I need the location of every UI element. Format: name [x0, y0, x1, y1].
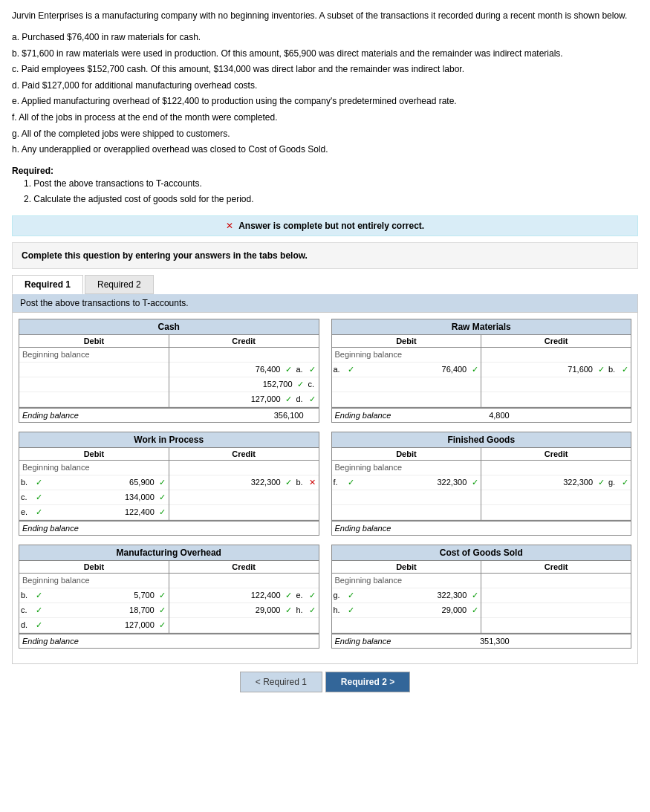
raw-materials-debit-empty1 [332, 377, 481, 392]
transaction-e: e. Applied manufacturing overhead of $12… [12, 94, 638, 110]
mfg-overhead-credit-e: 122,400 ✓ e. ✓ [169, 588, 319, 603]
raw-materials-credit-b: 71,600 ✓ b. ✓ [481, 363, 631, 377]
cogs-ending-balance: Ending balance 351,300 [332, 633, 631, 648]
cash-debit-header: Debit [19, 335, 169, 347]
required-item-1: 1. Post the above transactions to T-acco… [24, 176, 638, 192]
mfg-overhead-credit-header: Credit [169, 561, 319, 573]
raw-materials-credit-header: Credit [481, 335, 631, 347]
tab-content: Post the above transactions to T-account… [12, 294, 638, 664]
transaction-f: f. All of the jobs in process at the end… [12, 110, 638, 126]
cogs-col-headers: Debit Credit [332, 561, 631, 574]
finished-goods-beg-balance: Beginning balance [332, 461, 481, 475]
cash-debit-row-3 [19, 392, 169, 407]
error-icon: ✕ [226, 221, 233, 231]
transaction-g: g. All of the completed jobs were shippe… [12, 126, 638, 143]
mfg-overhead-columns: Beginning balance b. ✓ 5,700 ✓ c. ✓ [19, 574, 319, 633]
prev-button[interactable]: < Required 1 [240, 672, 322, 692]
wip-col-headers: Debit Credit [19, 448, 319, 461]
wip-beg-balance: Beginning balance [19, 461, 169, 475]
wip-debit-c: c. ✓ 134,000 ✓ [19, 490, 169, 505]
mfg-overhead-debit-col: Beginning balance b. ✓ 5,700 ✓ c. ✓ [19, 574, 169, 633]
raw-materials-debit-col: Beginning balance a. ✓ 76,400 ✓ [332, 348, 482, 407]
finished-goods-debit-col: Beginning balance f. ✓ 322,300 ✓ [332, 461, 482, 520]
cogs-debit-col: Beginning balance g. ✓ 322,300 ✓ h. ✓ [332, 574, 482, 633]
mfg-overhead-debit-b: b. ✓ 5,700 ✓ [19, 588, 169, 603]
answer-banner-text: Answer is complete but not entirely corr… [238, 221, 424, 231]
cash-credit-beg [169, 348, 319, 363]
wip-credit-empty2 [169, 505, 319, 520]
transaction-b: b. $71,600 in raw materials were used in… [12, 46, 638, 62]
raw-materials-ending-balance: Ending balance 4,800 [332, 407, 631, 422]
wip-debit-col: Beginning balance b. ✓ 65,900 ✓ c. ✓ [19, 461, 169, 520]
instruction-box: Complete this question by entering your … [12, 242, 638, 269]
raw-materials-debit-a: a. ✓ 76,400 ✓ [332, 363, 481, 377]
wip-credit-header: Credit [169, 448, 319, 460]
raw-materials-credit-col: 71,600 ✓ b. ✓ [481, 348, 631, 407]
cogs-columns: Beginning balance g. ✓ 322,300 ✓ h. ✓ [332, 574, 631, 633]
finished-goods-columns: Beginning balance f. ✓ 322,300 ✓ [332, 461, 631, 520]
tabs-row: Required 1 Required 2 [12, 275, 638, 294]
instruction-text: Complete this question by entering your … [22, 250, 308, 261]
mfg-overhead-debit-d: d. ✓ 127,000 ✓ [19, 618, 169, 633]
cogs-t-account: Cost of Goods Sold Debit Credit Beginnin… [331, 545, 632, 649]
finished-goods-credit-header: Credit [481, 448, 631, 460]
raw-materials-title: Raw Materials [332, 319, 631, 335]
wip-title: Work in Process [19, 432, 319, 448]
wip-debit-header: Debit [19, 448, 169, 460]
raw-materials-col-headers: Debit Credit [332, 335, 631, 348]
wip-ending-balance: Ending balance [19, 520, 319, 535]
intro-paragraph: Jurvin Enterprises is a manufacturing co… [12, 9, 638, 22]
tab-required1[interactable]: Required 1 [12, 275, 83, 294]
wip-credit-empty1 [169, 490, 319, 505]
cogs-credit-col [481, 574, 631, 633]
cogs-credit-empty1 [481, 588, 631, 603]
raw-materials-credit-empty2 [481, 392, 631, 407]
finished-goods-col-headers: Debit Credit [332, 448, 631, 461]
raw-materials-credit-beg [481, 348, 631, 363]
wip-credit-b: 322,300 ✓ b. ✕ [169, 475, 319, 490]
cash-title: Cash [19, 319, 319, 335]
finished-goods-credit-empty1 [481, 490, 631, 505]
mfg-overhead-beg-balance: Beginning balance [19, 574, 169, 588]
mfg-overhead-credit-beg [169, 574, 319, 588]
wip-debit-b: b. ✓ 65,900 ✓ [19, 475, 169, 490]
tab-content-header: Post the above transactions to T-account… [13, 294, 637, 313]
finished-goods-debit-empty2 [332, 505, 481, 520]
transaction-a: a. Purchased $76,400 in raw materials fo… [12, 30, 638, 46]
raw-materials-t-account: Raw Materials Debit Credit Beginning bal… [331, 319, 632, 423]
wip-credit-beg [169, 461, 319, 475]
cogs-debit-g: g. ✓ 322,300 ✓ [332, 588, 481, 603]
cash-credit-header: Credit [169, 335, 319, 347]
right-column: Raw Materials Debit Credit Beginning bal… [325, 319, 632, 657]
raw-materials-debit-empty2 [332, 392, 481, 407]
cogs-title: Cost of Goods Sold [332, 545, 631, 561]
mfg-overhead-ending-balance: Ending balance [19, 633, 319, 648]
required-item-2: 2. Calculate the adjusted cost of goods … [24, 192, 638, 208]
cash-col-headers: Debit Credit [19, 335, 319, 348]
finished-goods-credit-beg [481, 461, 631, 475]
cash-credit-row-c: 152,700 ✓ c. [169, 377, 319, 392]
next-button[interactable]: Required 2 > [325, 672, 410, 692]
mfg-overhead-debit-header: Debit [19, 561, 169, 573]
wip-credit-col: 322,300 ✓ b. ✕ [169, 461, 319, 520]
wip-columns: Beginning balance b. ✓ 65,900 ✓ c. ✓ [19, 461, 319, 520]
t-accounts-container: Cash Debit Credit Beginning balance [13, 313, 637, 663]
finished-goods-title: Finished Goods [332, 432, 631, 448]
bottom-nav: < Required 1 Required 2 > [12, 664, 638, 697]
finished-goods-ending-balance: Ending balance [332, 520, 631, 535]
cogs-credit-empty2 [481, 603, 631, 618]
cash-credit-row-d: 127,000 ✓ d. ✓ [169, 392, 319, 407]
transaction-c: c. Paid employees $152,700 cash. Of this… [12, 62, 638, 78]
cogs-beg-balance: Beginning balance [332, 574, 481, 588]
finished-goods-debit-f: f. ✓ 322,300 ✓ [332, 475, 481, 490]
mfg-overhead-credit-col: 122,400 ✓ e. ✓ 29,000 ✓ h. ✓ [169, 574, 319, 633]
required-section: Required: 1. Post the above transactions… [12, 166, 638, 208]
wip-t-account: Work in Process Debit Credit Beginning b… [19, 432, 319, 536]
tab-required2[interactable]: Required 2 [85, 275, 154, 294]
cogs-debit-header: Debit [332, 561, 482, 573]
cash-credit-row-a: 76,400 ✓ a. ✓ [169, 363, 319, 377]
mfg-overhead-credit-empty [169, 618, 319, 633]
cash-debit-row-1 [19, 363, 169, 377]
mfg-overhead-credit-h: 29,000 ✓ h. ✓ [169, 603, 319, 618]
finished-goods-credit-g: 322,300 ✓ g. ✓ [481, 475, 631, 490]
